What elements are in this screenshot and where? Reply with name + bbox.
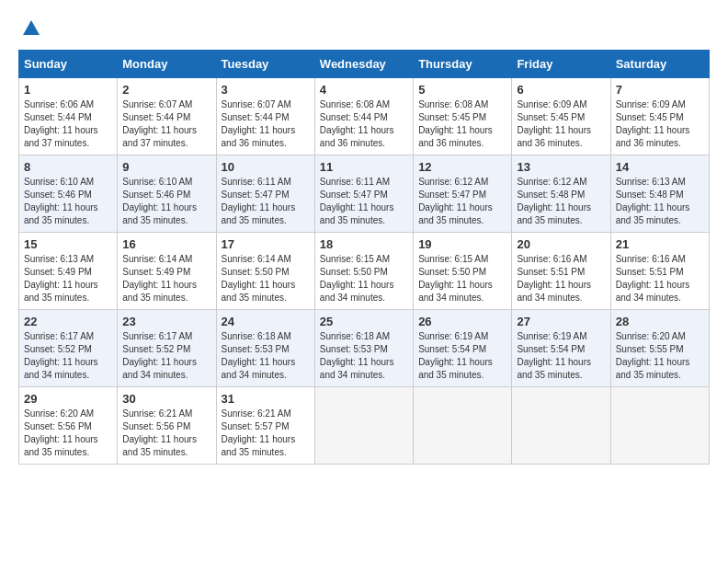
day-info: Sunrise: 6:12 AM Sunset: 5:47 PM Dayligh… bbox=[418, 176, 506, 227]
calendar-cell: 10Sunrise: 6:11 AM Sunset: 5:47 PM Dayli… bbox=[216, 155, 314, 233]
calendar-cell: 2Sunrise: 6:07 AM Sunset: 5:44 PM Daylig… bbox=[118, 78, 216, 155]
day-number: 3 bbox=[222, 83, 310, 97]
day-number: 20 bbox=[517, 237, 605, 251]
day-number: 29 bbox=[24, 392, 112, 406]
day-number: 13 bbox=[517, 160, 605, 174]
day-number: 8 bbox=[24, 160, 112, 174]
calendar-cell: 29Sunrise: 6:20 AM Sunset: 5:56 PM Dayli… bbox=[19, 387, 118, 465]
day-info: Sunrise: 6:19 AM Sunset: 5:54 PM Dayligh… bbox=[517, 330, 605, 382]
day-number: 25 bbox=[320, 315, 408, 328]
day-info: Sunrise: 6:08 AM Sunset: 5:45 PM Dayligh… bbox=[418, 98, 506, 150]
day-number: 4 bbox=[320, 83, 408, 97]
calendar-cell: 25Sunrise: 6:18 AM Sunset: 5:53 PM Dayli… bbox=[314, 310, 413, 387]
day-number: 10 bbox=[222, 160, 310, 174]
day-number: 12 bbox=[418, 160, 506, 174]
calendar-cell: 4Sunrise: 6:08 AM Sunset: 5:44 PM Daylig… bbox=[314, 78, 413, 155]
day-header-thursday: Thursday bbox=[414, 51, 512, 78]
calendar-cell: 6Sunrise: 6:09 AM Sunset: 5:45 PM Daylig… bbox=[512, 78, 610, 155]
page-header bbox=[18, 18, 710, 35]
calendar-cell bbox=[512, 387, 610, 465]
day-number: 27 bbox=[517, 315, 605, 328]
day-number: 6 bbox=[517, 83, 605, 97]
day-info: Sunrise: 6:07 AM Sunset: 5:44 PM Dayligh… bbox=[222, 98, 310, 150]
calendar-cell: 20Sunrise: 6:16 AM Sunset: 5:51 PM Dayli… bbox=[512, 233, 610, 310]
calendar-week-5: 29Sunrise: 6:20 AM Sunset: 5:56 PM Dayli… bbox=[19, 387, 710, 465]
day-header-friday: Friday bbox=[512, 51, 610, 78]
day-info: Sunrise: 6:20 AM Sunset: 5:55 PM Dayligh… bbox=[616, 330, 704, 382]
calendar-cell: 17Sunrise: 6:14 AM Sunset: 5:50 PM Dayli… bbox=[216, 233, 314, 310]
calendar-cell: 1Sunrise: 6:06 AM Sunset: 5:44 PM Daylig… bbox=[19, 78, 118, 155]
calendar-cell: 21Sunrise: 6:16 AM Sunset: 5:51 PM Dayli… bbox=[610, 233, 709, 310]
logo bbox=[18, 18, 42, 35]
day-number: 9 bbox=[122, 160, 210, 174]
calendar-cell: 11Sunrise: 6:11 AM Sunset: 5:47 PM Dayli… bbox=[314, 155, 413, 233]
day-info: Sunrise: 6:14 AM Sunset: 5:49 PM Dayligh… bbox=[122, 253, 210, 304]
day-number: 23 bbox=[122, 315, 210, 328]
day-number: 1 bbox=[24, 83, 112, 97]
calendar-cell: 9Sunrise: 6:10 AM Sunset: 5:46 PM Daylig… bbox=[118, 155, 216, 233]
calendar-week-4: 22Sunrise: 6:17 AM Sunset: 5:52 PM Dayli… bbox=[19, 310, 710, 387]
day-info: Sunrise: 6:10 AM Sunset: 5:46 PM Dayligh… bbox=[24, 176, 112, 227]
day-header-wednesday: Wednesday bbox=[314, 51, 413, 78]
day-info: Sunrise: 6:15 AM Sunset: 5:50 PM Dayligh… bbox=[418, 253, 506, 304]
day-info: Sunrise: 6:07 AM Sunset: 5:44 PM Dayligh… bbox=[122, 98, 210, 150]
calendar-cell: 24Sunrise: 6:18 AM Sunset: 5:53 PM Dayli… bbox=[216, 310, 314, 387]
day-info: Sunrise: 6:10 AM Sunset: 5:46 PM Dayligh… bbox=[122, 176, 210, 227]
calendar-header-row: SundayMondayTuesdayWednesdayThursdayFrid… bbox=[19, 51, 710, 78]
calendar-cell: 14Sunrise: 6:13 AM Sunset: 5:48 PM Dayli… bbox=[610, 155, 709, 233]
day-number: 19 bbox=[418, 237, 506, 251]
logo-icon bbox=[21, 18, 41, 39]
calendar-cell: 26Sunrise: 6:19 AM Sunset: 5:54 PM Dayli… bbox=[414, 310, 512, 387]
calendar-cell bbox=[610, 387, 709, 465]
day-info: Sunrise: 6:18 AM Sunset: 5:53 PM Dayligh… bbox=[320, 330, 408, 382]
day-number: 18 bbox=[320, 237, 408, 251]
calendar-cell: 13Sunrise: 6:12 AM Sunset: 5:48 PM Dayli… bbox=[512, 155, 610, 233]
day-number: 14 bbox=[616, 160, 704, 174]
day-number: 2 bbox=[122, 83, 210, 97]
calendar-cell: 12Sunrise: 6:12 AM Sunset: 5:47 PM Dayli… bbox=[414, 155, 512, 233]
calendar-cell bbox=[414, 387, 512, 465]
svg-marker-0 bbox=[23, 20, 40, 35]
day-number: 17 bbox=[222, 237, 310, 251]
day-number: 31 bbox=[222, 392, 310, 406]
day-info: Sunrise: 6:18 AM Sunset: 5:53 PM Dayligh… bbox=[222, 330, 310, 382]
day-info: Sunrise: 6:17 AM Sunset: 5:52 PM Dayligh… bbox=[122, 330, 210, 382]
calendar-cell: 3Sunrise: 6:07 AM Sunset: 5:44 PM Daylig… bbox=[216, 78, 314, 155]
calendar-week-1: 1Sunrise: 6:06 AM Sunset: 5:44 PM Daylig… bbox=[19, 78, 710, 155]
day-number: 15 bbox=[24, 237, 112, 251]
day-info: Sunrise: 6:16 AM Sunset: 5:51 PM Dayligh… bbox=[517, 253, 605, 304]
day-number: 28 bbox=[616, 315, 704, 328]
day-header-saturday: Saturday bbox=[610, 51, 709, 78]
calendar-cell: 8Sunrise: 6:10 AM Sunset: 5:46 PM Daylig… bbox=[19, 155, 118, 233]
day-number: 7 bbox=[616, 83, 704, 97]
day-info: Sunrise: 6:21 AM Sunset: 5:57 PM Dayligh… bbox=[222, 408, 310, 459]
calendar-cell: 22Sunrise: 6:17 AM Sunset: 5:52 PM Dayli… bbox=[19, 310, 118, 387]
calendar-cell bbox=[314, 387, 413, 465]
day-info: Sunrise: 6:21 AM Sunset: 5:56 PM Dayligh… bbox=[122, 408, 210, 459]
day-number: 5 bbox=[418, 83, 506, 97]
day-header-sunday: Sunday bbox=[19, 51, 118, 78]
calendar-cell: 31Sunrise: 6:21 AM Sunset: 5:57 PM Dayli… bbox=[216, 387, 314, 465]
calendar-week-2: 8Sunrise: 6:10 AM Sunset: 5:46 PM Daylig… bbox=[19, 155, 710, 233]
day-number: 26 bbox=[418, 315, 506, 328]
day-number: 22 bbox=[24, 315, 112, 328]
day-info: Sunrise: 6:17 AM Sunset: 5:52 PM Dayligh… bbox=[24, 330, 112, 382]
day-number: 21 bbox=[616, 237, 704, 251]
day-number: 16 bbox=[122, 237, 210, 251]
calendar-week-3: 15Sunrise: 6:13 AM Sunset: 5:49 PM Dayli… bbox=[19, 233, 710, 310]
day-info: Sunrise: 6:06 AM Sunset: 5:44 PM Dayligh… bbox=[24, 98, 112, 150]
calendar-cell: 23Sunrise: 6:17 AM Sunset: 5:52 PM Dayli… bbox=[118, 310, 216, 387]
day-info: Sunrise: 6:16 AM Sunset: 5:51 PM Dayligh… bbox=[616, 253, 704, 304]
day-info: Sunrise: 6:08 AM Sunset: 5:44 PM Dayligh… bbox=[320, 98, 408, 150]
calendar-cell: 5Sunrise: 6:08 AM Sunset: 5:45 PM Daylig… bbox=[414, 78, 512, 155]
day-info: Sunrise: 6:09 AM Sunset: 5:45 PM Dayligh… bbox=[616, 98, 704, 150]
day-info: Sunrise: 6:11 AM Sunset: 5:47 PM Dayligh… bbox=[222, 176, 310, 227]
calendar-cell: 16Sunrise: 6:14 AM Sunset: 5:49 PM Dayli… bbox=[118, 233, 216, 310]
day-info: Sunrise: 6:13 AM Sunset: 5:48 PM Dayligh… bbox=[616, 176, 704, 227]
calendar-cell: 7Sunrise: 6:09 AM Sunset: 5:45 PM Daylig… bbox=[610, 78, 709, 155]
day-number: 11 bbox=[320, 160, 408, 174]
day-info: Sunrise: 6:20 AM Sunset: 5:56 PM Dayligh… bbox=[24, 408, 112, 459]
calendar-table: SundayMondayTuesdayWednesdayThursdayFrid… bbox=[18, 50, 710, 465]
day-info: Sunrise: 6:15 AM Sunset: 5:50 PM Dayligh… bbox=[320, 253, 408, 304]
calendar-cell: 15Sunrise: 6:13 AM Sunset: 5:49 PM Dayli… bbox=[19, 233, 118, 310]
